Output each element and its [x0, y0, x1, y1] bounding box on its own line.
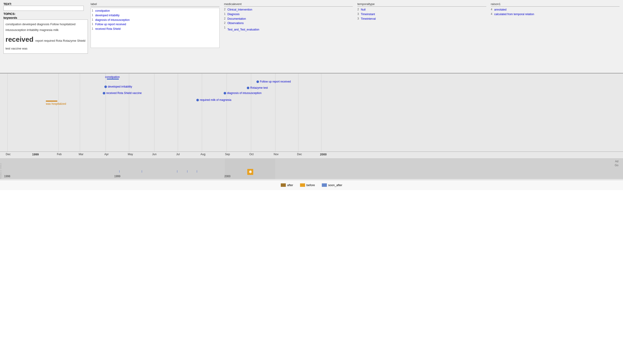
keyword-received[interactable]: received	[5, 36, 35, 43]
gridline-dec98	[7, 74, 8, 151]
text-label: TEXT:	[3, 2, 88, 6]
keyword-milk[interactable]: milk	[53, 28, 59, 32]
dot-followup	[256, 81, 259, 83]
keyword-irritability[interactable]: irritability	[27, 28, 40, 32]
keyword-hospitalized[interactable]: hospitalized	[60, 22, 75, 26]
event-diagnosis[interactable]: diagnosis of intussusception	[224, 91, 262, 95]
star-icon[interactable]: ✱	[247, 169, 253, 175]
medicalevent-list: 2 Clinical_Intervention 1 Diagnosis 2 Do…	[224, 8, 353, 32]
keyword-report[interactable]: report	[35, 39, 44, 43]
top-section: TEXT: TOPICS: keywords constipation deve…	[0, 0, 623, 73]
keyword-vaccine[interactable]: vaccine	[11, 47, 22, 50]
legend: after before soon_after	[0, 180, 623, 190]
gridline-mar	[80, 74, 80, 151]
month-apr: Apr	[104, 153, 109, 156]
gridline-sep	[227, 74, 227, 151]
month-dec99: Dec	[297, 153, 302, 156]
me-test[interactable]: 1 Test_and_Test_evaluation	[224, 26, 353, 32]
tt-null[interactable]: 2 Null	[357, 8, 486, 12]
mini-tick-1	[119, 170, 119, 172]
event-req-milk[interactable]: required milk of magnesia	[196, 98, 231, 102]
keywords-box: constipation developed diagnosis Follow …	[3, 20, 88, 54]
mini-year-1998: 1998	[4, 175, 10, 178]
keyword-shield[interactable]: Shield	[77, 39, 85, 43]
dot-rota-shield	[103, 92, 105, 94]
temporaltype-column-header: temporaltype	[357, 2, 486, 7]
label-item-dev-irritability[interactable]: 1 developed irritability	[92, 14, 218, 17]
dot-diagnosis	[224, 92, 226, 94]
temporaltype-list: 2 Null 3 Timeinstant 3 Timeinterval	[357, 8, 486, 21]
label-item-constipation[interactable]: 1 constipation	[92, 9, 218, 13]
keyword-was[interactable]: was	[22, 47, 27, 50]
keyword-diagnosis[interactable]: diagnosis	[37, 22, 50, 26]
event-rotazyme[interactable]: Rotazyme test	[247, 86, 268, 89]
dot-req-milk	[196, 99, 199, 101]
axis-bar	[0, 151, 623, 152]
keyword-test[interactable]: test	[5, 47, 11, 50]
tt-timeinterval[interactable]: 3 Timeinterval	[357, 17, 486, 21]
label-item-received-rota[interactable]: 1 received Rota Shield	[92, 27, 218, 31]
year-1999: 1999	[32, 153, 39, 156]
go-label: Go	[615, 164, 618, 167]
event-followup[interactable]: Follow up report received	[256, 80, 291, 83]
constipation-label[interactable]: constipation	[105, 75, 120, 79]
month-sep: Sep	[225, 153, 230, 156]
keyword-rota[interactable]: Rota	[56, 39, 63, 43]
keyword-intussusception[interactable]: intussusception	[5, 28, 27, 32]
gridline-aug	[202, 74, 202, 151]
was-hosp-label[interactable]: was hospitalized	[46, 102, 66, 106]
legend-before-label: before	[307, 183, 315, 187]
temporaltype-column: temporaltype 2 Null 3 Timeinstant 3 Time…	[355, 2, 489, 48]
label-req-milk: required milk of magnesia	[200, 98, 231, 102]
month-may: May	[128, 153, 133, 156]
legend-soon-label: soon_after	[328, 183, 342, 187]
event-rota-shield[interactable]: received Rota Shield vaccine	[103, 91, 142, 95]
r1-calculated[interactable]: 4 calculated from temporal relation	[491, 12, 620, 16]
r1-annotated[interactable]: 4 annotated	[491, 8, 620, 12]
mini-year-2000: 2000	[224, 175, 230, 178]
dot-rotazyme	[247, 87, 249, 89]
constipation-bar	[107, 79, 119, 80]
gridline-dec99	[298, 74, 298, 151]
legend-after: after	[281, 183, 293, 187]
label-diagnosis: diagnosis of intussusception	[227, 91, 262, 95]
me-clinical[interactable]: 2 Clinical_Intervention	[224, 8, 353, 12]
keyword-follow[interactable]: Follow	[50, 22, 60, 26]
event-dev-irritability[interactable]: developed irritability	[104, 85, 132, 88]
month-nov: Nov	[274, 153, 278, 156]
mini-tick-5	[197, 170, 197, 172]
tt-timeinstant[interactable]: 3 Timeinstant	[357, 12, 486, 16]
me-observations[interactable]: 2 Observations	[224, 21, 353, 25]
month-jun: Jun	[152, 153, 156, 156]
medicalevent-column: medicalevent 2 Clinical_Intervention 1 D…	[222, 2, 355, 48]
raison1-column: raison1 4 annotated 4 calculated from te…	[489, 2, 622, 48]
label-item-diagnosis[interactable]: 1 diagnosis of intussusception	[92, 18, 218, 22]
mini-year-1999: 1999	[114, 175, 120, 178]
label-followup: Follow up report received	[260, 80, 291, 83]
add-label: Ad	[615, 160, 618, 163]
medicalevent-column-header: medicalevent	[224, 2, 353, 7]
gridline-feb	[59, 74, 59, 151]
me-diagnosis[interactable]: 1 Diagnosis	[224, 12, 353, 16]
keyword-developed[interactable]: developed	[22, 22, 37, 26]
keyword-magnesia[interactable]: magnesia	[40, 28, 53, 32]
legend-soon: soon_after	[322, 183, 342, 187]
keyword-rotazyme[interactable]: Rotazyme	[63, 39, 77, 43]
mini-timeline: ✱ Ad Go 1998 1999 2000	[0, 158, 623, 179]
legend-after-label: after	[287, 183, 293, 187]
raison1-list: 4 annotated 4 calculated from temporal r…	[491, 8, 620, 17]
dot-dev-irritability	[104, 86, 107, 88]
left-panel: TEXT: TOPICS: keywords constipation deve…	[3, 2, 88, 54]
label-dev-irritability: developed irritability	[108, 85, 132, 88]
keyword-constipation[interactable]: constipation	[5, 22, 22, 26]
label-item-followup[interactable]: 1 Follow up report received	[92, 22, 218, 26]
mini-tick-2	[142, 170, 142, 172]
text-input[interactable]	[3, 6, 84, 11]
me-documentation[interactable]: 2 Documentation	[224, 17, 353, 21]
keyword-required[interactable]: required	[44, 39, 56, 43]
label-list-scroll[interactable]: 1 constipation 1 developed irritability …	[90, 8, 220, 48]
label-rota-shield: received Rota Shield vaccine	[106, 91, 142, 95]
gridline-nov	[275, 74, 275, 151]
right-tables: label 1 constipation 1 developed irritab…	[87, 0, 623, 50]
month-mar: Mar	[79, 153, 84, 156]
